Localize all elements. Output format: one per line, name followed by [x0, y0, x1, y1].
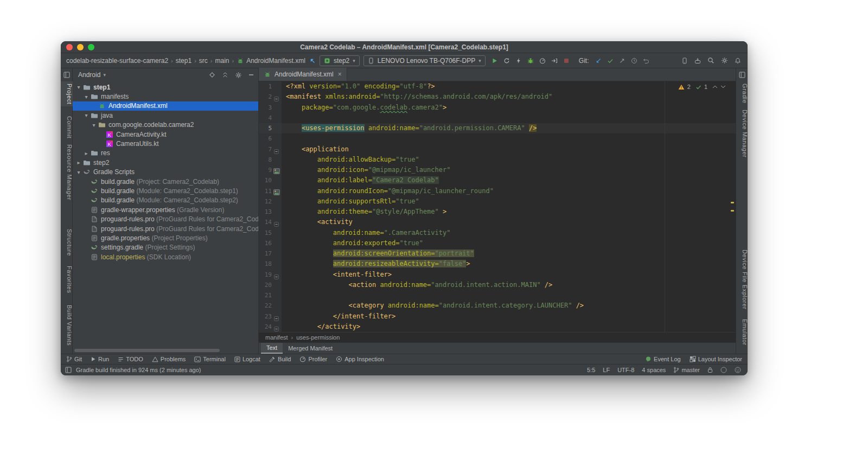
chevron-down-icon[interactable]: ▾ — [82, 112, 90, 118]
tool-stripe-item-gradle[interactable]: Gradle — [736, 81, 748, 106]
notifications-icon[interactable] — [735, 58, 741, 64]
chevron-down-icon[interactable]: ▾ — [90, 122, 98, 128]
settings-icon[interactable] — [721, 57, 728, 64]
chevron-down-icon[interactable]: ▾ — [75, 84, 82, 90]
hide-panel-icon[interactable] — [248, 74, 254, 76]
stop-icon[interactable] — [563, 58, 570, 64]
circle-icon[interactable] — [720, 367, 727, 373]
project-tree-item[interactable]: settings.gradle (Project Settings) — [73, 243, 258, 252]
tool-stripe-item-device-file-explorer[interactable]: Device File Explorer — [736, 247, 748, 311]
tool-stripe-item-resource-manager[interactable]: Resource Manager — [61, 142, 73, 202]
project-tree-item[interactable]: build.gradle (Project: Camera2_Codelab) — [73, 177, 258, 186]
device-select[interactable]: LENOVO Lenovo TB-Q706F-DPP ▾ — [363, 55, 486, 66]
tool-window-button-terminal[interactable]: Terminal — [194, 356, 226, 362]
tool-window-button-git[interactable]: Git — [66, 356, 82, 362]
tool-window-button-app-inspection[interactable]: App Inspection — [336, 356, 384, 362]
project-tree-item[interactable]: ▾step1 — [73, 82, 258, 92]
tool-window-button-run[interactable]: Run — [91, 356, 109, 362]
project-tree-item[interactable]: ▸step2 — [73, 158, 258, 167]
error-stripe-mark[interactable] — [731, 210, 734, 212]
file-encoding[interactable]: UTF-8 — [617, 367, 634, 373]
close-tab-icon[interactable]: × — [338, 71, 342, 78]
tool-stripe-item-favorites[interactable]: Favorites — [61, 264, 73, 296]
tool-window-button-logcat[interactable]: Logcat — [234, 356, 260, 362]
tool-stripe-item-emulator[interactable]: Emulator — [736, 317, 748, 348]
minimize-window-button[interactable] — [77, 44, 84, 50]
sdk-manager-icon[interactable] — [694, 58, 701, 64]
smiley-icon[interactable] — [735, 367, 741, 373]
project-tree-item[interactable]: build.gradle (Module: Camera2_Codelab.st… — [73, 196, 258, 205]
indent-style[interactable]: 4 spaces — [642, 367, 666, 373]
chevron-down-icon[interactable] — [720, 85, 726, 88]
rollback-icon[interactable] — [643, 58, 649, 64]
cursor-position[interactable]: 5:5 — [587, 367, 595, 373]
line-separator[interactable]: LF — [603, 367, 610, 373]
tool-stripe-item-commit[interactable]: Commit — [61, 114, 73, 141]
tool-window-button-todo[interactable]: TODO — [118, 356, 143, 362]
project-tree-item[interactable]: KCameraUtils.kt — [73, 139, 258, 148]
code-editor[interactable]: 1<?xml version="1.0" encoding="utf-8"?>2… — [259, 81, 736, 332]
project-tree-item[interactable]: ▾com.google.codelab.camera2 — [73, 120, 258, 130]
tool-window-button-problems[interactable]: Problems — [152, 356, 186, 362]
tool-window-button-build[interactable]: Build — [269, 356, 291, 362]
tool-stripe-item-device-manager[interactable]: Device Manager — [736, 107, 748, 160]
back-arrow-icon[interactable] — [309, 58, 316, 64]
commit-icon[interactable] — [607, 58, 614, 64]
tool-window-icon[interactable] — [63, 72, 70, 78]
project-tree-item[interactable]: local.properties (SDK Location) — [73, 252, 258, 261]
project-tree-item[interactable]: ▸res — [73, 149, 258, 158]
tool-window-icon[interactable] — [739, 72, 745, 78]
breadcrumb-item[interactable]: codelab-resizable-surface-camera2 — [66, 57, 168, 65]
chevron-down-icon[interactable]: ▾ — [75, 169, 82, 175]
project-horizontal-scrollbar[interactable] — [74, 349, 220, 352]
project-tree-item[interactable]: gradle.properties (Project Properties) — [73, 233, 258, 242]
project-tree-item[interactable]: ▾java — [73, 111, 258, 120]
xml-breadcrumb-item[interactable]: manifest — [265, 334, 288, 341]
breadcrumb-item[interactable]: step1 — [176, 57, 192, 65]
fold-marker-icon[interactable] — [274, 324, 279, 332]
chevron-up-icon[interactable] — [712, 85, 718, 88]
zoom-window-button[interactable] — [88, 44, 94, 50]
tool-window-button-event-log[interactable]: Event Log — [645, 356, 681, 362]
attach-debugger-icon[interactable] — [551, 58, 558, 64]
editor-view-tab-merged-manifest[interactable]: Merged Manifest — [283, 343, 338, 354]
project-tree-item[interactable]: gradle-wrapper.properties (Gradle Versio… — [73, 205, 258, 214]
device-manager-icon[interactable] — [681, 58, 688, 64]
error-stripe-mark[interactable] — [731, 202, 734, 203]
gear-icon[interactable] — [235, 72, 242, 79]
chevron-right-icon[interactable]: ▸ — [75, 159, 82, 165]
project-tree-item[interactable]: proguard-rules.pro (ProGuard Rules for C… — [73, 224, 258, 233]
lock-icon[interactable] — [707, 367, 713, 373]
tool-stripe-item-project[interactable]: Project — [61, 81, 73, 106]
run-configuration-select[interactable]: step2 ▾ — [320, 55, 360, 66]
locate-file-icon[interactable] — [209, 72, 215, 78]
project-tree-item[interactable]: ▾Gradle Scripts — [73, 168, 258, 177]
apply-changes-icon[interactable] — [503, 58, 510, 64]
run-icon[interactable] — [492, 58, 498, 64]
breadcrumb-item[interactable]: AndroidManifest.xml — [237, 57, 305, 65]
close-window-button[interactable] — [66, 44, 73, 50]
apply-code-changes-icon[interactable] — [515, 58, 522, 64]
titlebar[interactable]: Camera2 Codelab – AndroidManifest.xml [C… — [61, 41, 748, 53]
git-branch-widget[interactable]: master — [673, 367, 700, 373]
debug-icon[interactable] — [527, 58, 534, 64]
search-icon[interactable] — [707, 57, 714, 64]
tool-window-toggle-icon[interactable] — [65, 367, 72, 373]
project-view-selector[interactable]: Android ▾ — [78, 71, 106, 79]
tool-stripe-item-structure[interactable]: Structure — [61, 227, 73, 258]
editor-tab-androidmanifest[interactable]: AndroidManifest.xml × — [259, 68, 347, 81]
history-icon[interactable] — [631, 58, 637, 64]
profiler-icon[interactable] — [539, 58, 546, 64]
chevron-down-icon[interactable]: ▾ — [82, 94, 90, 100]
project-tree-item[interactable]: ▾manifests — [73, 92, 258, 101]
collapse-all-icon[interactable] — [222, 72, 228, 78]
breadcrumb-item[interactable]: src — [199, 57, 208, 65]
tool-window-button-profiler[interactable]: Profiler — [299, 356, 327, 362]
update-icon[interactable] — [595, 58, 602, 64]
tool-stripe-item-build-variants[interactable]: Build Variants — [61, 303, 73, 348]
project-tree-item[interactable]: proguard-rules.pro (ProGuard Rules for C… — [73, 214, 258, 223]
inspections-widget[interactable]: 2 1 — [678, 84, 726, 90]
push-icon[interactable] — [619, 58, 626, 64]
xml-breadcrumb-item[interactable]: uses-permission — [296, 334, 340, 341]
tool-window-button-layout-inspector[interactable]: Layout Inspector — [690, 356, 742, 362]
